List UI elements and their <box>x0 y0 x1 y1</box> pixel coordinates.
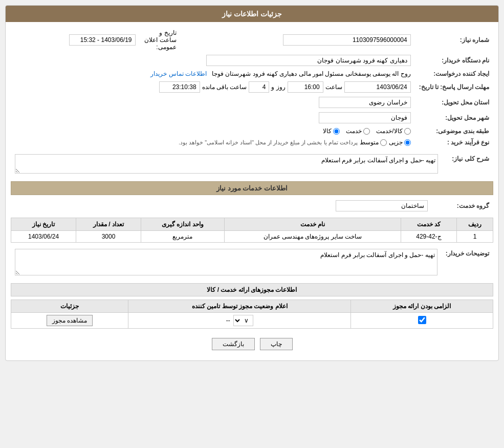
license-mandatory-checkbox[interactable] <box>418 316 426 324</box>
response-deadline-label: مهلت ارسال پاسخ: تا تاریخ: <box>415 79 493 95</box>
delivery-province-label: استان محل تحویل: <box>415 95 493 110</box>
col-row: ردیف <box>457 218 493 231</box>
announce-date-input[interactable] <box>69 34 136 46</box>
row-code: ج-42-429 <box>401 231 456 243</box>
col-announce: اعلام وضعیت مجوز توسط تامین کننده <box>128 300 351 313</box>
col-code: کد خدمت <box>401 218 456 231</box>
need-description-table: شرح کلی نیاز: تهیه -حمل و اجرای آسفالت ب… <box>11 152 493 177</box>
response-time-input[interactable] <box>288 81 323 93</box>
response-date-input[interactable] <box>344 81 411 93</box>
main-card: جزئیات اطلاعات نیاز شماره نیاز: تاریخ و … <box>5 5 499 361</box>
col-name: نام خدمت <box>224 218 401 231</box>
category-kala-item: کالا <box>323 127 340 135</box>
service-group-label: گروه خدمت: <box>432 198 493 214</box>
licenses-table: الزامی بودن ارائه مجوز اعلام وضعیت مجوز … <box>11 300 493 329</box>
category-khedmat-radio[interactable] <box>363 128 370 135</box>
response-time-label: ساعت <box>325 83 342 91</box>
response-remaining-label: ساعت باقی مانده <box>202 83 247 91</box>
print-button[interactable]: چاپ <box>260 338 293 350</box>
category-kala-khedmat-radio[interactable] <box>404 128 411 135</box>
col-unit: واحد اندازه گیری <box>141 218 225 231</box>
services-section-header: اطلاعات خدمات مورد نیاز <box>11 181 493 195</box>
license-announce-select[interactable]: ∨ <box>233 315 253 326</box>
col-details: جزئیات <box>11 300 128 313</box>
need-description-label: شرح کلی نیاز: <box>442 152 493 177</box>
purchase-type-row: جزیی متوسط پرداخت تمام یا بخشی از مبلغ خ… <box>15 139 411 146</box>
buyer-org-label: نام دستگاه خریدار: <box>415 53 493 68</box>
col-mandatory: الزامی بودن ارائه مجوز <box>351 300 493 313</box>
card-header: جزئیات اطلاعات نیاز <box>6 6 498 22</box>
table-row: 1 ج-42-429 ساخت سایر پروژه‌های مهندسی عم… <box>11 231 493 243</box>
col-quantity: تعداد / مقدار <box>76 218 141 231</box>
service-group-input[interactable] <box>336 200 428 211</box>
creator-link[interactable]: اطلاعات تماس خریدار <box>150 70 207 77</box>
response-days-label: روز و <box>271 83 285 91</box>
col-date: تاریخ نیاز <box>11 218 76 231</box>
deadline-row: ساعت روز و ساعت باقی مانده <box>15 81 411 93</box>
category-kala-radio[interactable] <box>333 128 340 135</box>
purchase-motawaset-label: متوسط <box>360 139 379 146</box>
page-wrapper: جزئیات اطلاعات نیاز شماره نیاز: تاریخ و … <box>0 0 504 448</box>
category-radio-group: کالا/خدمت خدمت کالا <box>15 127 411 135</box>
response-days-input[interactable] <box>249 81 269 93</box>
service-group-table: گروه خدمت: <box>11 198 493 214</box>
license-view-button[interactable]: مشاهده مجوز <box>47 315 93 326</box>
card-body: شماره نیاز: تاریخ و ساعت اعلان عمومی: نا… <box>6 22 498 360</box>
row-unit: مترمربع <box>141 231 225 243</box>
category-khedmat-item: خدمت <box>346 127 370 135</box>
purchase-jozyi-label: جزیی <box>389 139 403 146</box>
announce-date-label: تاریخ و ساعت اعلان عمومی: <box>140 27 181 53</box>
purchase-type-label: نوع فرآیند خرید : <box>415 137 493 148</box>
purchase-description: پرداخت تمام یا بخشی از مبلغ خریدار از مح… <box>179 139 358 146</box>
need-number-label: شماره نیاز: <box>415 27 493 53</box>
purchase-motawaset-radio[interactable] <box>380 139 387 146</box>
page-title: جزئیات اطلاعات نیاز <box>222 10 282 18</box>
creator-value: روح اله یوسفی یوسفخانی مسئول امور مالی د… <box>212 70 411 77</box>
back-button[interactable]: بازگشت <box>212 338 255 350</box>
bottom-buttons: چاپ بازگشت <box>11 333 493 355</box>
license-announce-value: -- <box>226 317 230 324</box>
delivery-city-label: شهر محل تحویل: <box>415 110 493 125</box>
row-date: 1403/06/24 <box>11 231 76 243</box>
category-kala-label: کالا <box>323 127 332 135</box>
row-quantity: 3000 <box>76 231 141 243</box>
services-table: ردیف کد خدمت نام خدمت واحد اندازه گیری ت… <box>11 218 493 243</box>
row-name: ساخت سایر پروژه‌های مهندسی عمران <box>224 231 401 243</box>
category-label: طبقه بندی موضوعی: <box>415 125 493 137</box>
licenses-section-header: اطلاعات مجوزهای ارائه خدمت / کالا <box>11 283 493 296</box>
response-remaining-input[interactable] <box>159 81 200 93</box>
category-kala-khedmat-item: کالا/خدمت <box>376 127 410 135</box>
creator-label: ایجاد کننده درخواست: <box>415 68 493 79</box>
delivery-province-input[interactable] <box>319 97 411 108</box>
row-number: 1 <box>457 231 493 243</box>
buyer-org-input[interactable] <box>206 55 411 66</box>
purchase-jozyi-item: جزیی <box>389 139 411 146</box>
buyer-notes-textarea[interactable]: تهیه -حمل و اجرای آسفالت برابر فرم استعل… <box>15 249 437 275</box>
purchase-jozyi-radio[interactable] <box>404 139 411 146</box>
delivery-city-input[interactable] <box>319 112 411 123</box>
buyer-notes-label: توضیحات خریدار: <box>442 247 493 279</box>
need-description-textarea[interactable]: تهیه -حمل و اجرای آسفالت برابر فرم استعل… <box>15 154 438 174</box>
buyer-notes-table: توضیحات خریدار: تهیه -حمل و اجرای آسفالت… <box>11 247 493 279</box>
category-khedmat-label: خدمت <box>346 127 362 135</box>
info-table-top: شماره نیاز: تاریخ و ساعت اعلان عمومی: نا… <box>11 27 493 148</box>
need-number-input[interactable] <box>283 34 411 46</box>
license-row: ∨ -- مشاهده مجوز <box>11 313 493 329</box>
purchase-motawaset-item: متوسط <box>360 139 387 146</box>
category-kala-khedmat-label: کالا/خدمت <box>376 127 402 135</box>
